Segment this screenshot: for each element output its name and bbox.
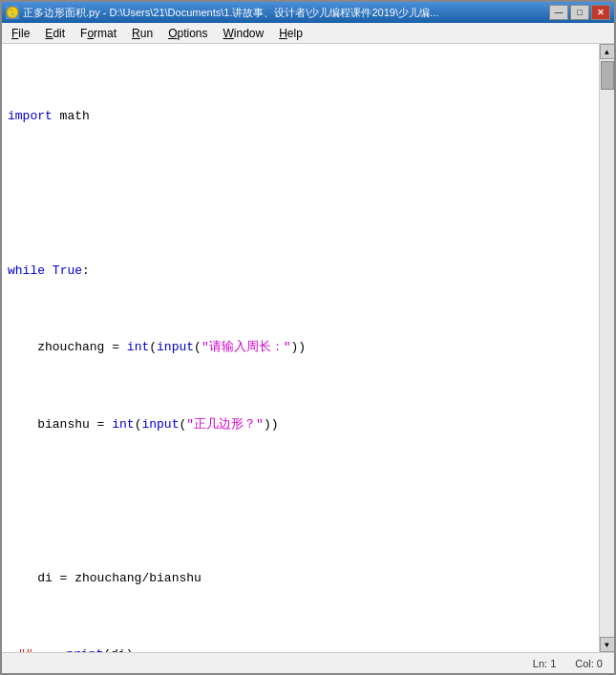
menu-window[interactable]: Window	[216, 25, 272, 42]
menu-help[interactable]: Help	[271, 25, 310, 42]
code-content: import math while True: zhouchang = int(…	[2, 48, 599, 652]
code-line-5: bianshu = int(input("正几边形？"))	[8, 415, 593, 434]
code-line-4: zhouchang = int(input("请输入周长："))	[8, 338, 593, 357]
title-bar-left: 🐍 正多边形面积.py - D:\Users\21\Documents\1.讲故…	[6, 6, 438, 20]
app-icon: 🐍	[6, 6, 19, 19]
code-area[interactable]: import math while True: zhouchang = int(…	[2, 44, 599, 652]
menu-options[interactable]: Options	[160, 25, 215, 42]
svg-text:🐍: 🐍	[8, 8, 17, 17]
window-title: 正多边形面积.py - D:\Users\21\Documents\1.讲故事、…	[23, 6, 438, 20]
title-buttons: — □ ✕	[549, 5, 610, 20]
scroll-track[interactable]	[600, 59, 615, 637]
code-line-1: import math	[8, 107, 593, 126]
editor-area: import math while True: zhouchang = int(…	[2, 44, 614, 652]
maximize-button[interactable]: □	[570, 5, 589, 20]
menu-file[interactable]: File	[4, 25, 37, 42]
menu-bar: File Edit Format Run Options Window Help	[2, 23, 614, 44]
menu-edit[interactable]: Edit	[37, 25, 73, 42]
status-line: Ln: 1	[533, 658, 556, 669]
scroll-up-button[interactable]: ▲	[600, 44, 615, 59]
scroll-down-button[interactable]: ▼	[600, 637, 615, 652]
code-line-2	[8, 184, 593, 203]
status-bar: Ln: 1 Col: 0	[2, 652, 614, 673]
scrollbar-vertical[interactable]: ▲ ▼	[599, 44, 614, 652]
code-line-7: di = zhouchang/bianshu	[8, 569, 593, 588]
minimize-button[interactable]: —	[549, 5, 568, 20]
close-button[interactable]: ✕	[591, 5, 610, 20]
code-line-6	[8, 492, 593, 511]
scroll-thumb[interactable]	[601, 61, 614, 90]
menu-format[interactable]: Format	[73, 25, 124, 42]
title-bar: 🐍 正多边形面积.py - D:\Users\21\Documents\1.讲故…	[2, 2, 614, 23]
code-line-3: while True:	[8, 262, 593, 281]
main-window: 🐍 正多边形面积.py - D:\Users\21\Documents\1.讲故…	[0, 0, 616, 675]
status-col: Col: 0	[575, 658, 603, 669]
code-line-8: ## print(di)	[8, 645, 593, 652]
menu-run[interactable]: Run	[124, 25, 160, 42]
